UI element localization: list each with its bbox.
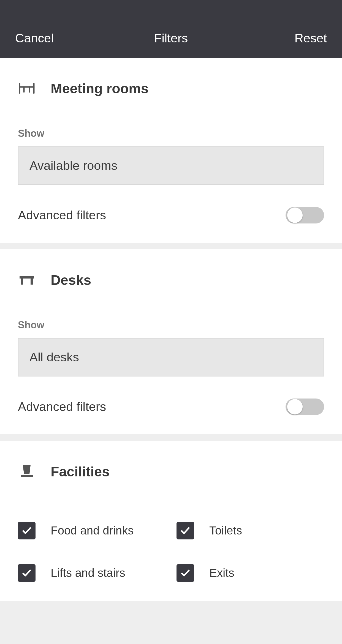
facility-label: Food and drinks (51, 524, 134, 537)
facilities-icon (18, 463, 36, 481)
svg-rect-5 (20, 276, 34, 279)
checkbox-exits[interactable] (177, 564, 194, 582)
section-facilities: Facilities Food and drinks Toilets Lifts… (0, 441, 342, 601)
svg-rect-9 (21, 475, 33, 477)
facility-lifts-and-stairs[interactable]: Lifts and stairs (18, 564, 165, 582)
advanced-filters-row-rooms: Advanced filters (18, 201, 324, 229)
svg-rect-7 (31, 279, 33, 285)
section-title-desks: Desks (51, 272, 91, 288)
facilities-grid: Food and drinks Toilets Lifts and stairs… (18, 511, 324, 587)
svg-marker-8 (23, 465, 31, 474)
reset-button[interactable]: Reset (294, 31, 327, 45)
checkbox-lifts-and-stairs[interactable] (18, 564, 36, 582)
facility-label: Lifts and stairs (51, 566, 125, 580)
show-select-rooms[interactable]: Available rooms (18, 146, 324, 185)
cancel-button[interactable]: Cancel (15, 31, 54, 45)
checkbox-food-and-drinks[interactable] (18, 522, 36, 539)
facility-toilets[interactable]: Toilets (177, 522, 324, 539)
section-title-meeting-rooms: Meeting rooms (51, 81, 149, 97)
show-select-desks[interactable]: All desks (18, 338, 324, 376)
section-head-desks: Desks (18, 271, 324, 289)
advanced-filters-row-desks: Advanced filters (18, 393, 324, 421)
svg-rect-6 (21, 279, 23, 285)
desks-icon (18, 271, 36, 289)
show-select-rooms-value: Available rooms (29, 159, 117, 173)
advanced-filters-toggle-desks[interactable] (286, 397, 324, 417)
show-select-desks-value: All desks (29, 350, 79, 364)
section-head-facilities: Facilities (18, 463, 324, 481)
advanced-filters-toggle-rooms[interactable] (286, 205, 324, 225)
checkbox-toilets[interactable] (177, 522, 194, 539)
facility-exits[interactable]: Exits (177, 564, 324, 582)
facility-label: Toilets (209, 524, 242, 537)
section-head-meeting-rooms: Meeting rooms (18, 80, 324, 97)
header-bar: Cancel Filters Reset (0, 0, 342, 58)
bottom-spacer (0, 601, 342, 644)
show-label-desks: Show (18, 319, 324, 331)
meeting-rooms-icon (18, 80, 36, 97)
content-scroll[interactable]: Meeting rooms Show Available rooms Advan… (0, 58, 342, 644)
section-title-facilities: Facilities (51, 464, 110, 480)
facility-label: Exits (209, 566, 234, 580)
show-label-rooms: Show (18, 128, 324, 139)
advanced-filters-label-desks: Advanced filters (18, 400, 106, 414)
section-desks: Desks Show All desks Advanced filters (0, 249, 342, 434)
advanced-filters-label-rooms: Advanced filters (18, 208, 106, 222)
page-title: Filters (154, 31, 188, 45)
facility-food-and-drinks[interactable]: Food and drinks (18, 522, 165, 539)
section-meeting-rooms: Meeting rooms Show Available rooms Advan… (0, 58, 342, 243)
